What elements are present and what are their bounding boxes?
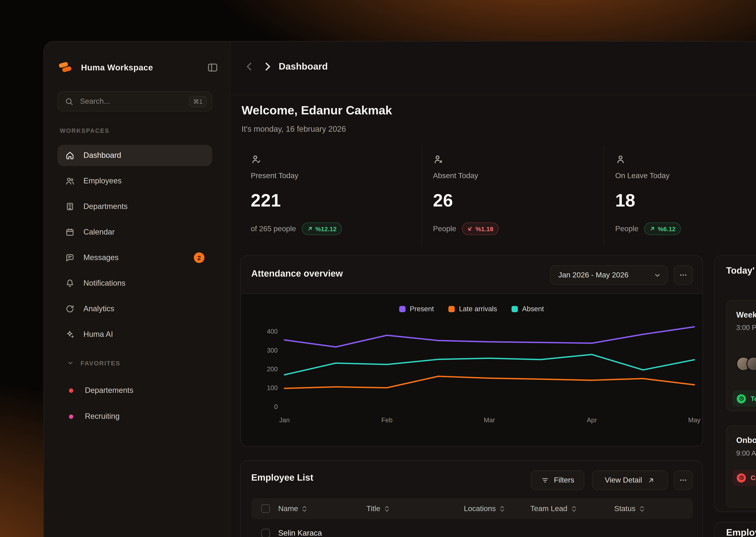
view-detail-button[interactable]: View Detail — [592, 471, 668, 490]
sidebar-item-notifications[interactable]: Notifications — [57, 273, 212, 294]
svg-text:Jan: Jan — [279, 416, 290, 424]
sort-icon — [384, 505, 389, 512]
event-time: 3:00 P — [736, 324, 756, 332]
search-box[interactable]: ⌘1 — [57, 91, 212, 111]
analytics-icon — [65, 304, 75, 314]
chevron-right-icon — [261, 60, 274, 73]
bell-icon — [65, 278, 75, 288]
favorites-label: FAVORITES — [81, 359, 120, 366]
column-header-status[interactable]: Status — [614, 498, 645, 519]
stat-trend-badge: %1.18 — [462, 223, 499, 235]
column-header-team-lead[interactable]: Team Lead — [530, 498, 577, 519]
column-label: Name — [278, 504, 298, 513]
today-panel-title: Today' — [726, 265, 755, 276]
search-icon — [64, 97, 74, 106]
panel-icon — [207, 62, 218, 73]
chevron-down-icon — [653, 271, 662, 279]
stat-trend-badge: %6.12 — [644, 223, 681, 235]
stat-value: 18 — [615, 190, 756, 211]
event-card[interactable]: Week3:00 PTo — [726, 300, 756, 411]
back-button[interactable] — [243, 60, 256, 73]
column-label: Title — [366, 504, 380, 513]
row-checkbox[interactable] — [261, 529, 270, 537]
column-header-name[interactable]: Name — [278, 498, 307, 519]
sidebar-nav: DashboardEmployeesDepartmentsCalendarMes… — [57, 145, 212, 350]
favorite-label: Departements — [85, 386, 133, 395]
sidebar-item-label: Notifications — [84, 279, 126, 288]
attendance-more-button[interactable] — [674, 265, 693, 285]
favorites-header[interactable]: FAVORITES — [66, 359, 120, 367]
stat-card-absent-today: Absent Today26People%1.18 — [421, 147, 604, 245]
workspace-name: Huma Workspace — [81, 62, 153, 73]
stats-row: Present Today221of 265 people%12.12Absen… — [231, 147, 756, 245]
favorite-item-recruiting[interactable]: Recruiting — [57, 406, 212, 427]
svg-text:Apr: Apr — [587, 416, 597, 424]
select-all-checkbox[interactable] — [261, 504, 270, 513]
column-header-title[interactable]: Title — [366, 498, 389, 519]
stat-sub: of 265 people — [251, 225, 296, 233]
clock-icon — [738, 475, 744, 480]
sort-icon — [571, 505, 577, 512]
event-title: Week — [736, 310, 756, 319]
favorite-label: Recruiting — [85, 412, 120, 421]
stat-card-on-leave-today: On Leave Today18People%6.12 — [604, 147, 756, 245]
sidebar-item-label: Messages — [84, 253, 119, 262]
legend-swatch — [448, 306, 455, 312]
arrow-up-badge-icon — [650, 226, 655, 231]
attendance-header: Attendance overview Jan 2026 - May 2026 — [241, 256, 702, 294]
arrow-down-badge-icon — [467, 226, 473, 231]
table-header: NameTitleLocationsTeam LeadStatus — [251, 498, 693, 519]
welcome-subtitle: It's monday, 16 february 2026 — [242, 125, 346, 134]
sidebar-item-huma-ai[interactable]: Huma AI — [57, 324, 212, 345]
sidebar-item-dashboard[interactable]: Dashboard — [57, 145, 212, 166]
favorite-dot — [69, 414, 73, 419]
employee-more-button[interactable] — [674, 471, 693, 490]
sidebar-item-departments[interactable]: Departments — [57, 196, 212, 217]
employee-list-title: Employee List — [251, 473, 313, 483]
main-content: Dashboard Welcome, Edanur Cakmak It's mo… — [231, 42, 756, 537]
filters-button[interactable]: Filters — [531, 471, 584, 490]
svg-text:100: 100 — [267, 384, 278, 392]
arrow-up-badge-icon — [307, 226, 313, 231]
sidebar-item-messages[interactable]: Messages2 — [57, 247, 212, 268]
topbar: Dashboard — [231, 42, 756, 95]
event-card[interactable]: Onbo9:00 ACa — [726, 426, 756, 508]
svg-text:0: 0 — [274, 403, 278, 410]
svg-text:Feb: Feb — [381, 416, 393, 424]
view-detail-label: View Detail — [605, 476, 642, 485]
sidebar-item-calendar[interactable]: Calendar — [57, 222, 212, 243]
date-range-select[interactable]: Jan 2026 - May 2026 — [550, 265, 668, 285]
favorites-list: DepartementsRecruiting — [57, 380, 212, 432]
event-status-text: To — [751, 395, 756, 402]
bottom-section-title: Employ — [726, 527, 756, 537]
employee-name: Selin Karaca — [278, 529, 322, 537]
sidebar: Huma Workspace ⌘1 WORKSPACES DashboardEm… — [44, 42, 231, 537]
attendance-chart: 0100200300400JanFebMarAprMay — [251, 318, 703, 439]
search-input[interactable] — [79, 97, 189, 106]
forward-button[interactable] — [261, 60, 274, 73]
stat-label: On Leave Today — [615, 171, 756, 180]
user-check-icon — [251, 154, 261, 165]
stat-trend-value: %1.18 — [475, 225, 493, 232]
bottom-section-card: Employ — [714, 521, 756, 537]
svg-text:May: May — [688, 416, 700, 424]
attendance-chart-area: PresentLate arrivalsAbsent 0100200300400… — [241, 294, 702, 446]
attendee-avatars — [736, 356, 756, 371]
sort-icon — [639, 505, 645, 512]
sidebar-collapse-button[interactable] — [207, 62, 218, 73]
legend-item-late-arrivals: Late arrivals — [448, 305, 497, 312]
sparkles-icon — [65, 330, 75, 339]
sidebar-item-analytics[interactable]: Analytics — [57, 298, 212, 319]
stat-label: Present Today — [251, 171, 421, 180]
clock-icon — [737, 473, 746, 482]
home-icon — [65, 151, 75, 160]
favorite-item-departements[interactable]: Departements — [57, 380, 212, 401]
sidebar-item-employees[interactable]: Employees — [57, 170, 212, 191]
user-x-icon — [433, 154, 444, 165]
stat-sub: People — [433, 225, 456, 233]
stat-card-present-today: Present Today221of 265 people%12.12 — [231, 147, 421, 245]
clock-icon — [737, 394, 746, 403]
table-row[interactable]: Selin Karaca — [251, 519, 693, 537]
column-label: Locations — [464, 504, 496, 513]
column-header-locations[interactable]: Locations — [464, 498, 505, 519]
